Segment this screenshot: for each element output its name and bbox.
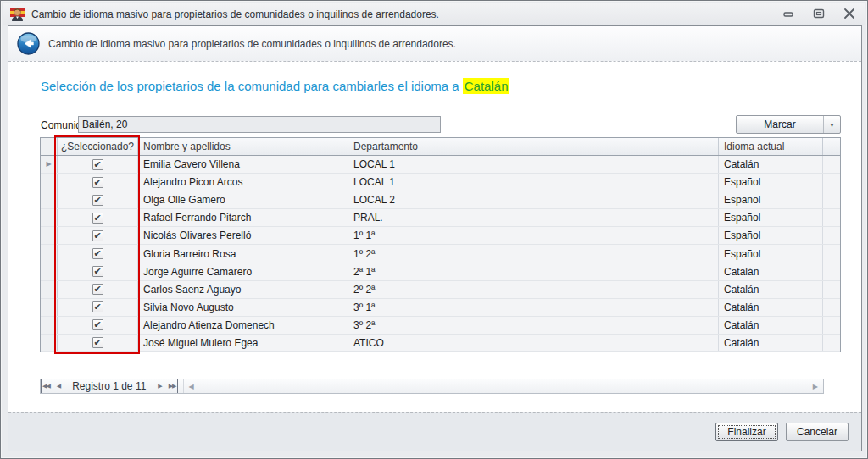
language-cell[interactable]: Catalán	[719, 335, 823, 351]
row-selector-cell[interactable]	[41, 263, 58, 280]
name-cell[interactable]: Jorge Aguirre Camarero	[138, 263, 348, 280]
name-cell[interactable]: Nicolás Olivares Perelló	[138, 227, 348, 244]
community-input[interactable]	[78, 116, 441, 133]
grid-header-name[interactable]: Nombre y apellidos	[138, 138, 348, 155]
name-cell[interactable]: Gloria Barreiro Rosa	[138, 245, 348, 262]
selected-cell[interactable]: ✔	[58, 317, 138, 334]
scroll-left-icon[interactable]: ◀	[184, 383, 199, 390]
nav-next-icon[interactable]: ▶	[154, 379, 164, 393]
row-checkbox[interactable]: ✔	[92, 248, 103, 259]
dialog-footer: Finalizar Cancelar	[8, 412, 861, 451]
language-cell[interactable]: Español	[719, 227, 823, 244]
row-selector-cell[interactable]	[41, 317, 58, 334]
current-row-indicator-icon: ▶	[46, 161, 51, 168]
language-cell[interactable]: Catalán	[719, 299, 823, 316]
table-row[interactable]: ✔Gloria Barreiro Rosa1º 2ªEspañol	[41, 245, 840, 263]
selected-cell[interactable]: ✔	[58, 263, 138, 280]
name-cell[interactable]: Silvia Novo Augusto	[138, 299, 348, 316]
department-cell[interactable]: LOCAL 1	[348, 174, 719, 191]
minimize-icon[interactable]	[779, 6, 798, 21]
row-selector-cell[interactable]	[41, 245, 58, 262]
maximize-icon[interactable]	[810, 6, 828, 21]
marcar-button-label[interactable]: Marcar	[737, 116, 824, 133]
row-checkbox[interactable]: ✔	[92, 266, 103, 277]
department-cell[interactable]: LOCAL 1	[348, 156, 719, 173]
name-cell[interactable]: Carlos Saenz Aguayo	[138, 281, 348, 298]
scroll-right-icon[interactable]: ▶	[808, 383, 823, 390]
language-cell[interactable]: Español	[719, 191, 823, 208]
row-selector-cell[interactable]	[41, 335, 58, 351]
department-cell[interactable]: 1º 2ª	[348, 245, 719, 262]
nav-last-icon[interactable]: ▶▶	[165, 379, 178, 393]
close-icon[interactable]	[840, 6, 859, 21]
department-cell[interactable]: 3º 2ª	[348, 317, 719, 334]
nav-first-icon[interactable]: ◀◀	[41, 379, 53, 393]
selected-cell[interactable]: ✔	[58, 227, 138, 244]
table-row[interactable]: ✔José Miguel Mulero EgeaATICOCatalán	[41, 335, 840, 352]
language-cell[interactable]: Catalán	[719, 156, 823, 173]
row-selector-cell[interactable]	[41, 281, 58, 298]
row-checkbox[interactable]: ✔	[92, 337, 103, 348]
language-cell[interactable]: Catalán	[719, 263, 823, 280]
nav-previous-icon[interactable]: ◀	[53, 379, 64, 393]
selected-cell[interactable]: ✔	[58, 191, 138, 208]
row-checkbox[interactable]: ✔	[92, 319, 103, 330]
row-selector-cell[interactable]	[41, 227, 58, 244]
table-row[interactable]: ✔Olga Olle GameroLOCAL 2Español	[41, 191, 840, 209]
table-row[interactable]: ✔Carlos Saenz Aguayo2º 2ªCatalán	[41, 281, 840, 299]
chevron-down-icon[interactable]: ▼	[824, 116, 840, 133]
department-cell[interactable]: LOCAL 2	[348, 191, 719, 208]
language-cell[interactable]: Catalán	[719, 317, 823, 334]
row-checkbox[interactable]: ✔	[92, 301, 103, 312]
department-cell[interactable]: 3º 1ª	[348, 299, 719, 316]
name-cell[interactable]: Alejandro Picon Arcos	[138, 174, 348, 191]
selected-cell[interactable]: ✔	[58, 209, 138, 226]
selected-cell[interactable]: ✔	[58, 335, 138, 351]
selected-cell[interactable]: ✔	[58, 174, 138, 191]
language-cell[interactable]: Español	[719, 245, 823, 262]
table-row[interactable]: ✔Silvia Novo Augusto3º 1ªCatalán	[41, 299, 840, 317]
table-row[interactable]: ✔Nicolás Olivares Perelló1º 1ªEspañol	[41, 227, 840, 245]
row-selector-cell[interactable]	[41, 191, 58, 208]
row-checkbox[interactable]: ✔	[92, 195, 103, 206]
row-selector-cell[interactable]	[41, 209, 58, 226]
grid-header-language[interactable]: Idioma actual	[719, 138, 823, 155]
back-icon[interactable]	[17, 32, 40, 55]
department-cell[interactable]: 2ª 1ª	[348, 263, 719, 280]
table-row[interactable]: ▶✔Emilia Cavero VillenaLOCAL 1Catalán	[41, 156, 840, 174]
grid-header-department[interactable]: Departamento	[348, 138, 719, 155]
selected-cell[interactable]: ✔	[58, 156, 138, 173]
row-selector-cell[interactable]	[41, 299, 58, 316]
grid-header-selected[interactable]: ¿Seleccionado?	[58, 138, 138, 155]
row-checkbox[interactable]: ✔	[92, 177, 103, 188]
selected-cell[interactable]: ✔	[58, 281, 138, 298]
department-cell[interactable]: 1º 1ª	[348, 227, 719, 244]
language-cell[interactable]: Español	[719, 209, 823, 226]
name-cell[interactable]: Rafael Ferrando Pitarch	[138, 209, 348, 226]
name-cell[interactable]: Emilia Cavero Villena	[138, 156, 348, 173]
row-checkbox[interactable]: ✔	[92, 284, 103, 295]
language-cell[interactable]: Catalán	[719, 281, 823, 298]
department-cell[interactable]: PRAL.	[348, 209, 719, 226]
row-selector-cell[interactable]: ▶	[41, 156, 58, 173]
department-cell[interactable]: 2º 2ª	[348, 281, 719, 298]
department-cell[interactable]: ATICO	[348, 335, 719, 351]
marcar-split-button[interactable]: Marcar ▼	[736, 115, 841, 134]
language-cell[interactable]: Español	[719, 174, 823, 191]
row-checkbox[interactable]: ✔	[92, 213, 103, 224]
row-checkbox[interactable]: ✔	[92, 230, 103, 241]
table-row[interactable]: ✔Jorge Aguirre Camarero2ª 1ªCatalán	[41, 263, 840, 281]
name-cell[interactable]: Alejandro Atienza Domenech	[138, 317, 348, 334]
row-selector-cell[interactable]	[41, 174, 58, 191]
table-row[interactable]: ✔Alejandro Atienza Domenech3º 2ªCatalán	[41, 317, 840, 335]
name-cell[interactable]: José Miguel Mulero Egea	[138, 335, 348, 351]
selected-cell[interactable]: ✔	[58, 245, 138, 262]
name-cell[interactable]: Olga Olle Gamero	[138, 191, 348, 208]
cancel-button[interactable]: Cancelar	[786, 423, 849, 441]
table-row[interactable]: ✔Alejandro Picon ArcosLOCAL 1Español	[41, 174, 840, 191]
selected-cell[interactable]: ✔	[58, 299, 138, 316]
row-checkbox[interactable]: ✔	[92, 159, 103, 170]
finalize-button[interactable]: Finalizar	[715, 423, 778, 441]
horizontal-scrollbar[interactable]: ◀ ▶	[183, 379, 823, 393]
table-row[interactable]: ✔Rafael Ferrando PitarchPRAL.Español	[41, 209, 840, 227]
